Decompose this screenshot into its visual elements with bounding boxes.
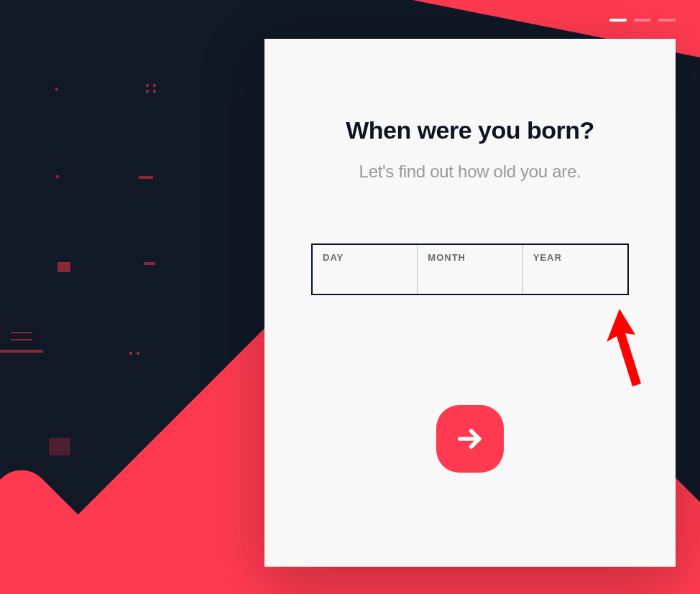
annotation-arrow-icon — [604, 309, 647, 391]
arrow-right-icon — [456, 425, 484, 453]
year-label: YEAR — [533, 252, 617, 263]
svg-marker-1 — [607, 309, 641, 386]
card-title: When were you born? — [308, 116, 632, 144]
card-subtitle: Let's find out how old you are. — [308, 162, 632, 182]
day-label: DAY — [323, 252, 407, 263]
next-button[interactable] — [436, 405, 504, 473]
progress-step-2 — [634, 19, 651, 22]
day-input[interactable] — [323, 267, 407, 284]
progress-step-3 — [658, 19, 676, 22]
year-input[interactable] — [533, 267, 617, 284]
progress-indicator — [609, 19, 676, 22]
birthdate-card: When were you born? Let's find out how o… — [264, 39, 676, 567]
month-field-wrapper: MONTH — [417, 245, 522, 294]
day-field-wrapper: DAY — [313, 245, 417, 294]
month-label: MONTH — [428, 252, 512, 263]
month-input[interactable] — [428, 267, 512, 284]
progress-step-1 — [609, 19, 627, 22]
date-input-group: DAY MONTH YEAR — [311, 243, 629, 295]
year-field-wrapper: YEAR — [522, 245, 627, 294]
